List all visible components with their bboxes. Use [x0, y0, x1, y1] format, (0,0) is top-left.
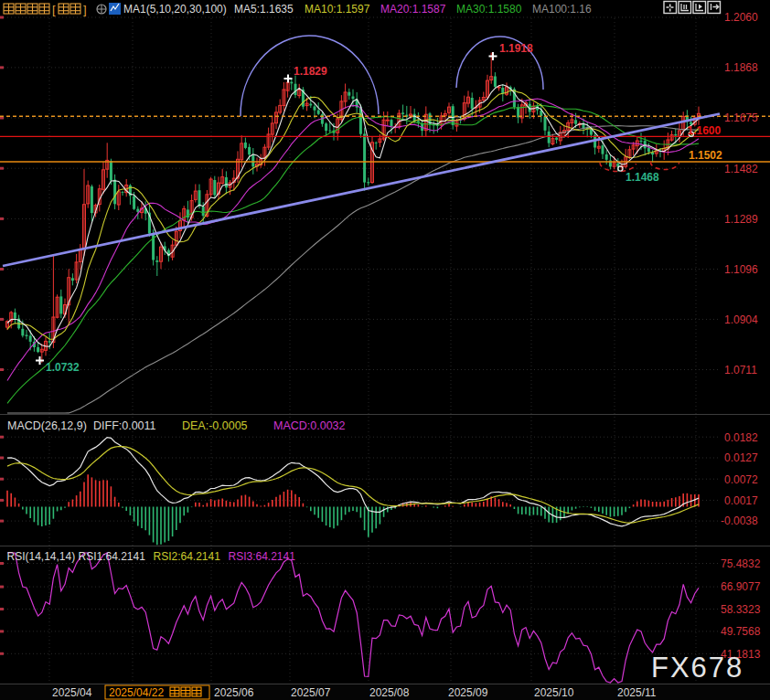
- svg-text:58.3323: 58.3323: [721, 603, 761, 616]
- svg-text:RSI3:64.2141: RSI3:64.2141: [229, 550, 296, 563]
- svg-text:1.0904: 1.0904: [724, 313, 758, 326]
- svg-text:2025/09: 2025/09: [448, 686, 488, 699]
- svg-text:MA20:1.1587: MA20:1.1587: [380, 3, 446, 16]
- svg-text:MACD(26,12,9): MACD(26,12,9): [7, 419, 87, 432]
- svg-text:2025/10: 2025/10: [534, 686, 574, 699]
- svg-text:RSI1:64.2141: RSI1:64.2141: [79, 550, 146, 563]
- svg-text:0.0127: 0.0127: [724, 451, 758, 464]
- svg-text:1.1289: 1.1289: [724, 213, 758, 226]
- svg-text:2025/04: 2025/04: [52, 686, 92, 699]
- svg-text:0.0017: 0.0017: [724, 494, 758, 507]
- svg-text:1.1482: 1.1482: [724, 163, 758, 175]
- svg-text:MA5:1.1635: MA5:1.1635: [234, 3, 294, 16]
- svg-text:1.1468: 1.1468: [626, 171, 659, 184]
- svg-text:-0.0038: -0.0038: [721, 514, 758, 527]
- svg-text:DIFF:0.0011: DIFF:0.0011: [93, 419, 156, 432]
- svg-text:1.1918: 1.1918: [499, 42, 533, 55]
- svg-text:FX678: FX678: [651, 652, 743, 684]
- svg-text:1.0711: 1.0711: [724, 364, 757, 377]
- svg-text:]: ]: [83, 3, 87, 16]
- svg-text:49.7568: 49.7568: [721, 625, 761, 638]
- svg-text:1.2060: 1.2060: [724, 11, 758, 24]
- svg-text:2025/11: 2025/11: [617, 686, 657, 699]
- svg-text:0.0182: 0.0182: [724, 431, 758, 444]
- svg-text:MA30:1.1580: MA30:1.1580: [456, 3, 522, 16]
- svg-text:1.1675: 1.1675: [724, 111, 758, 124]
- svg-text:1.0732: 1.0732: [46, 361, 80, 374]
- svg-text:66.9077: 66.9077: [721, 580, 761, 593]
- svg-text:MA100:1.16: MA100:1.16: [532, 3, 592, 16]
- svg-text:1.1868: 1.1868: [724, 61, 758, 74]
- svg-text:0.0072: 0.0072: [724, 473, 758, 486]
- svg-text:2025/06: 2025/06: [214, 686, 254, 699]
- svg-text:1.1600: 1.1600: [688, 124, 722, 137]
- svg-text:RSI(14,14,14): RSI(14,14,14): [7, 550, 76, 563]
- svg-text:1.1829: 1.1829: [294, 65, 327, 78]
- svg-text:2025/08: 2025/08: [369, 686, 410, 699]
- svg-text:1.1502: 1.1502: [689, 149, 722, 162]
- svg-text:2025/07: 2025/07: [291, 686, 331, 699]
- svg-text:MA1(5,10,20,30,100): MA1(5,10,20,30,100): [123, 3, 227, 16]
- svg-text:[: [: [52, 3, 56, 16]
- svg-text:75.4832: 75.4832: [721, 557, 761, 570]
- svg-text:RSI2:64.2141: RSI2:64.2141: [154, 550, 221, 563]
- svg-text:2025/04/22: 2025/04/22: [109, 686, 164, 699]
- svg-text:MA10:1.1597: MA10:1.1597: [305, 3, 370, 16]
- svg-text:MACD:0.0032: MACD:0.0032: [273, 419, 346, 432]
- svg-text:DEA:-0.0005: DEA:-0.0005: [182, 419, 248, 432]
- svg-text:1.1096: 1.1096: [724, 263, 758, 276]
